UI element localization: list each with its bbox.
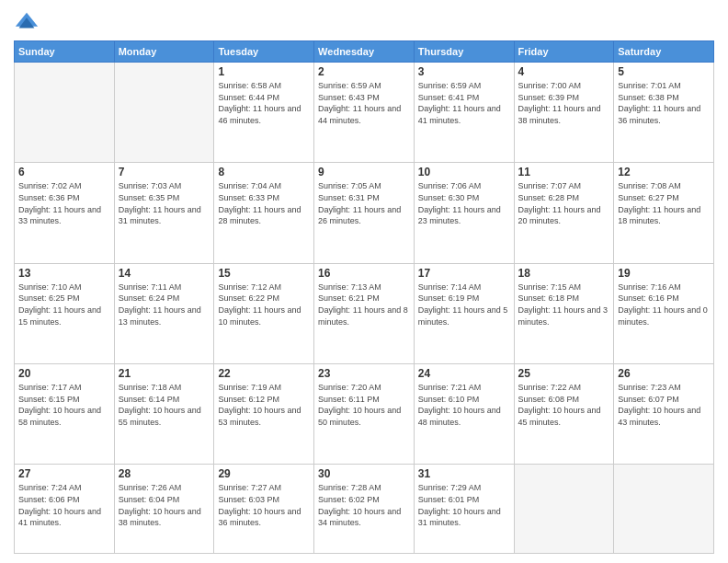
logo-icon [14,9,40,35]
day-detail: Sunrise: 7:19 AM Sunset: 6:12 PM Dayligh… [218,382,310,428]
weekday-header-saturday: Saturday [614,41,714,63]
day-number: 1 [218,65,310,78]
day-number: 31 [418,467,510,480]
day-detail: Sunrise: 7:22 AM Sunset: 6:08 PM Dayligh… [518,382,610,428]
day-detail: Sunrise: 7:00 AM Sunset: 6:39 PM Dayligh… [518,80,610,126]
day-number: 17 [418,267,510,280]
calendar-cell: 9Sunrise: 7:05 AM Sunset: 6:31 PM Daylig… [314,163,415,263]
day-detail: Sunrise: 7:12 AM Sunset: 6:22 PM Dayligh… [218,282,310,327]
day-detail: Sunrise: 6:58 AM Sunset: 6:44 PM Dayligh… [218,80,310,126]
day-detail: Sunrise: 7:29 AM Sunset: 6:01 PM Dayligh… [418,482,510,528]
calendar-cell [114,63,214,163]
day-number: 28 [119,467,210,480]
day-number: 16 [318,267,410,280]
day-detail: Sunrise: 7:24 AM Sunset: 6:06 PM Dayligh… [18,482,110,528]
day-number: 12 [618,166,710,178]
day-detail: Sunrise: 7:21 AM Sunset: 6:10 PM Dayligh… [418,382,510,428]
calendar-cell: 29Sunrise: 7:27 AM Sunset: 6:03 PM Dayli… [214,465,314,554]
day-number: 29 [218,467,310,480]
calendar-cell: 18Sunrise: 7:15 AM Sunset: 6:18 PM Dayli… [514,263,614,363]
day-detail: Sunrise: 7:04 AM Sunset: 6:33 PM Dayligh… [218,180,310,226]
day-number: 8 [218,166,310,178]
day-number: 10 [418,166,510,178]
day-detail: Sunrise: 6:59 AM Sunset: 6:41 PM Dayligh… [418,80,510,126]
header [14,9,714,35]
day-number: 24 [418,367,510,380]
day-number: 4 [518,65,610,78]
calendar-cell: 11Sunrise: 7:07 AM Sunset: 6:28 PM Dayli… [514,163,614,263]
calendar-table: SundayMondayTuesdayWednesdayThursdayFrid… [14,40,714,554]
day-number: 18 [518,267,610,280]
day-detail: Sunrise: 7:07 AM Sunset: 6:28 PM Dayligh… [518,180,610,226]
calendar-cell: 19Sunrise: 7:16 AM Sunset: 6:16 PM Dayli… [614,263,714,363]
calendar-cell: 1Sunrise: 6:58 AM Sunset: 6:44 PM Daylig… [214,63,314,163]
calendar-cell: 7Sunrise: 7:03 AM Sunset: 6:35 PM Daylig… [114,163,214,263]
day-number: 13 [18,267,110,280]
day-detail: Sunrise: 7:02 AM Sunset: 6:36 PM Dayligh… [18,180,110,226]
calendar-cell: 4Sunrise: 7:00 AM Sunset: 6:39 PM Daylig… [514,63,614,163]
calendar-cell: 13Sunrise: 7:10 AM Sunset: 6:25 PM Dayli… [15,263,115,363]
day-detail: Sunrise: 7:05 AM Sunset: 6:31 PM Dayligh… [318,180,410,226]
calendar-cell: 25Sunrise: 7:22 AM Sunset: 6:08 PM Dayli… [514,364,614,465]
calendar-cell: 2Sunrise: 6:59 AM Sunset: 6:43 PM Daylig… [314,63,415,163]
calendar-cell: 8Sunrise: 7:04 AM Sunset: 6:33 PM Daylig… [214,163,314,263]
calendar-cell: 26Sunrise: 7:23 AM Sunset: 6:07 PM Dayli… [614,364,714,465]
weekday-header-tuesday: Tuesday [214,41,314,63]
calendar-cell [514,465,614,554]
weekday-header-monday: Monday [114,41,214,63]
day-detail: Sunrise: 7:20 AM Sunset: 6:11 PM Dayligh… [318,382,410,428]
day-detail: Sunrise: 7:28 AM Sunset: 6:02 PM Dayligh… [318,482,410,528]
calendar-cell: 28Sunrise: 7:26 AM Sunset: 6:04 PM Dayli… [114,465,214,554]
day-number: 2 [318,65,410,78]
calendar-cell: 30Sunrise: 7:28 AM Sunset: 6:02 PM Dayli… [314,465,415,554]
day-number: 20 [18,367,110,380]
day-number: 14 [119,267,210,280]
day-number: 23 [318,367,410,380]
weekday-header-row: SundayMondayTuesdayWednesdayThursdayFrid… [15,41,714,63]
calendar-cell: 10Sunrise: 7:06 AM Sunset: 6:30 PM Dayli… [414,163,514,263]
day-number: 22 [218,367,310,380]
day-number: 21 [119,367,210,380]
calendar-cell: 14Sunrise: 7:11 AM Sunset: 6:24 PM Dayli… [114,263,214,363]
day-number: 5 [618,65,710,78]
day-detail: Sunrise: 7:27 AM Sunset: 6:03 PM Dayligh… [218,482,310,528]
day-detail: Sunrise: 7:16 AM Sunset: 6:16 PM Dayligh… [618,282,710,327]
day-number: 30 [318,467,410,480]
day-detail: Sunrise: 7:14 AM Sunset: 6:19 PM Dayligh… [418,282,510,327]
day-number: 3 [418,65,510,78]
weekday-header-sunday: Sunday [15,41,115,63]
day-detail: Sunrise: 7:17 AM Sunset: 6:15 PM Dayligh… [18,382,110,428]
calendar-week-row: 27Sunrise: 7:24 AM Sunset: 6:06 PM Dayli… [15,465,714,554]
calendar-cell: 6Sunrise: 7:02 AM Sunset: 6:36 PM Daylig… [15,163,115,263]
day-detail: Sunrise: 7:03 AM Sunset: 6:35 PM Dayligh… [119,180,210,226]
calendar-cell: 27Sunrise: 7:24 AM Sunset: 6:06 PM Dayli… [15,465,115,554]
weekday-header-wednesday: Wednesday [314,41,415,63]
weekday-header-thursday: Thursday [414,41,514,63]
calendar-cell: 12Sunrise: 7:08 AM Sunset: 6:27 PM Dayli… [614,163,714,263]
day-number: 7 [119,166,210,178]
calendar-week-row: 1Sunrise: 6:58 AM Sunset: 6:44 PM Daylig… [15,63,714,163]
day-detail: Sunrise: 6:59 AM Sunset: 6:43 PM Dayligh… [318,80,410,126]
day-number: 26 [618,367,710,380]
day-detail: Sunrise: 7:13 AM Sunset: 6:21 PM Dayligh… [318,282,410,327]
page: SundayMondayTuesdayWednesdayThursdayFrid… [0,0,728,563]
day-number: 25 [518,367,610,380]
calendar-cell [614,465,714,554]
calendar-cell: 16Sunrise: 7:13 AM Sunset: 6:21 PM Dayli… [314,263,415,363]
calendar-cell: 23Sunrise: 7:20 AM Sunset: 6:11 PM Dayli… [314,364,415,465]
day-number: 9 [318,166,410,178]
calendar-cell: 22Sunrise: 7:19 AM Sunset: 6:12 PM Dayli… [214,364,314,465]
calendar-cell: 5Sunrise: 7:01 AM Sunset: 6:38 PM Daylig… [614,63,714,163]
day-number: 6 [18,166,110,178]
day-detail: Sunrise: 7:26 AM Sunset: 6:04 PM Dayligh… [119,482,210,528]
weekday-header-friday: Friday [514,41,614,63]
day-detail: Sunrise: 7:18 AM Sunset: 6:14 PM Dayligh… [119,382,210,428]
calendar-cell: 17Sunrise: 7:14 AM Sunset: 6:19 PM Dayli… [414,263,514,363]
day-detail: Sunrise: 7:23 AM Sunset: 6:07 PM Dayligh… [618,382,710,428]
day-detail: Sunrise: 7:15 AM Sunset: 6:18 PM Dayligh… [518,282,610,327]
calendar-week-row: 13Sunrise: 7:10 AM Sunset: 6:25 PM Dayli… [15,263,714,363]
calendar-cell: 3Sunrise: 6:59 AM Sunset: 6:41 PM Daylig… [414,63,514,163]
calendar-cell: 20Sunrise: 7:17 AM Sunset: 6:15 PM Dayli… [15,364,115,465]
calendar-cell: 15Sunrise: 7:12 AM Sunset: 6:22 PM Dayli… [214,263,314,363]
calendar-week-row: 20Sunrise: 7:17 AM Sunset: 6:15 PM Dayli… [15,364,714,465]
